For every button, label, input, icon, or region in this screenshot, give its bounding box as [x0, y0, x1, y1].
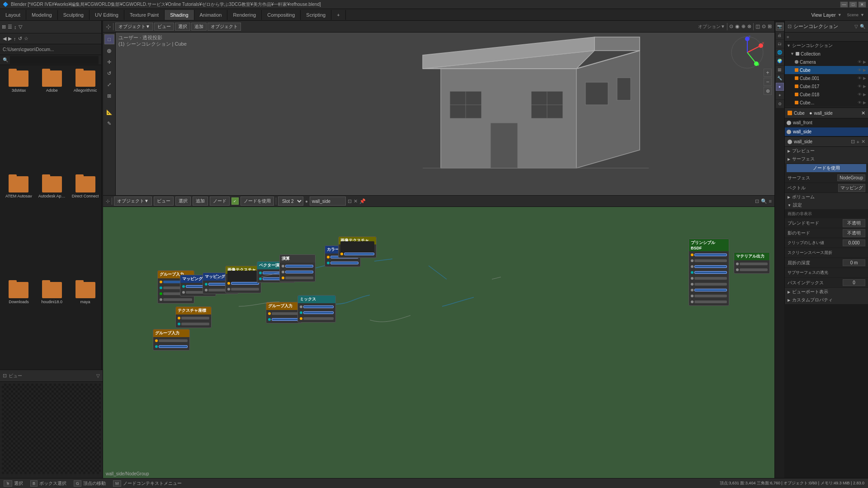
close-button[interactable]: ✕: [858, 1, 866, 8]
node-select-btn[interactable]: 選択: [175, 197, 191, 206]
outliner-search-icon[interactable]: 🔍: [860, 24, 865, 29]
node-card-cyan2[interactable]: ミックス: [297, 295, 336, 323]
tab-rendering[interactable]: Rendering: [227, 10, 262, 20]
node-card-orange1[interactable]: テクスチャ座標: [175, 306, 212, 328]
vector-value[interactable]: マッピング: [838, 184, 865, 192]
node-overlay-icon[interactable]: ≡: [769, 198, 772, 204]
measure-tool[interactable]: 📐: [104, 107, 114, 117]
scale-tool[interactable]: ⤢: [104, 80, 114, 89]
tab-layout[interactable]: Layout: [0, 10, 26, 20]
file-item-downloads[interactable]: Downloads: [4, 280, 34, 383]
prop-tab-world[interactable]: 🌍: [776, 57, 784, 65]
outliner-item-cube001[interactable]: Cube.001 👁 ▶: [785, 74, 868, 82]
shader-prop-close-icon[interactable]: ✕: [861, 139, 865, 145]
prop-tab-particles[interactable]: ✦: [776, 91, 784, 99]
view-layer-dropdown-icon[interactable]: ▼: [838, 13, 842, 17]
prop-tab-object[interactable]: ▦: [776, 66, 784, 74]
outliner-item-collection[interactable]: ▼ Collection: [785, 50, 868, 58]
node-material-name-input[interactable]: [310, 197, 346, 206]
preview-section[interactable]: ▶ プレビュー: [785, 147, 868, 155]
transform-orient-icon[interactable]: ⊗: [747, 23, 751, 29]
tab-scripting[interactable]: Scripting: [301, 10, 331, 20]
node-card-mid1[interactable]: 演算: [279, 254, 316, 282]
proportional-icon[interactable]: ◉: [735, 23, 740, 29]
select-box-tool[interactable]: □: [104, 34, 114, 44]
minimize-button[interactable]: —: [840, 1, 848, 8]
viewport-shading-icon[interactable]: ◫: [755, 23, 760, 29]
node-card-orange2[interactable]: グループ入力: [266, 302, 302, 324]
prop-tab-material[interactable]: ●: [776, 83, 784, 91]
nav-bookmark-btn[interactable]: ☆: [24, 36, 28, 42]
node-delete-icon[interactable]: ✕: [354, 198, 358, 204]
file-item-atem[interactable]: ATEM Autosav: [4, 174, 34, 277]
cursor-tool[interactable]: ⊕: [104, 46, 114, 56]
mat-wall-side[interactable]: wall_side: [785, 127, 868, 136]
shadow-mode-value[interactable]: 不透明: [843, 229, 865, 237]
editor-type-icon[interactable]: ⊹: [106, 23, 111, 30]
view-mode-list-icon[interactable]: ☰: [8, 24, 12, 30]
outliner-filter-icon[interactable]: ▽: [854, 24, 858, 29]
node-pin-icon[interactable]: 📌: [359, 198, 366, 204]
settings-section[interactable]: ▼ 設定: [785, 201, 868, 209]
object-btn[interactable]: オブジェクト: [208, 23, 241, 31]
filter-icon[interactable]: ≡: [787, 35, 789, 39]
scene-dropdown-icon[interactable]: ▼: [860, 13, 864, 17]
use-nodes-btn[interactable]: ノードを使用: [787, 164, 866, 172]
surface-row-value[interactable]: NodeGroup: [837, 174, 865, 181]
file-item-autodesk[interactable]: Autodesk App...: [37, 174, 67, 277]
tab-add[interactable]: +: [331, 10, 345, 20]
tab-animation[interactable]: Animation: [194, 10, 228, 20]
zoom-in-btn[interactable]: +: [764, 69, 772, 77]
options-label[interactable]: オプション▼: [698, 23, 725, 30]
prop-tab-modifiers[interactable]: 🔧: [776, 74, 784, 82]
surface-section[interactable]: ▶ サーフェス: [785, 155, 868, 163]
viewport-display-section[interactable]: ▶ ビューポート表示: [785, 288, 868, 296]
outliner-item-camera[interactable]: Camera 👁 ▶: [785, 58, 868, 66]
custom-props-section[interactable]: ▶ カスタムプロパティ: [785, 296, 868, 304]
shader-prop-new-icon[interactable]: +: [857, 139, 859, 145]
volume-section[interactable]: ▶ ボリューム: [785, 193, 868, 201]
nav-up-btn[interactable]: ↑: [14, 36, 16, 42]
outliner-item-cube017[interactable]: Cube.017 👁 ▶: [785, 82, 868, 90]
tab-modeling[interactable]: Modeling: [26, 10, 58, 20]
mat-close-icon[interactable]: ✕: [861, 110, 865, 116]
prop-tab-scene[interactable]: 🌐: [776, 48, 784, 56]
file-item-maya[interactable]: maya: [70, 280, 101, 383]
node-frame-all-icon[interactable]: ⊡: [755, 198, 759, 204]
node-object-mode-btn[interactable]: オブジェクト▼: [114, 197, 152, 206]
node-editor-type-icon[interactable]: ⊹: [106, 198, 110, 204]
node-card-bottom1[interactable]: グループ入力: [153, 329, 190, 351]
move-tool[interactable]: ✛: [104, 57, 114, 67]
snap-icon[interactable]: ⊙: [729, 23, 733, 29]
refraction-depth-value[interactable]: 0 m: [843, 259, 865, 266]
file-item-adobe[interactable]: Adobe: [37, 69, 67, 172]
view-btn[interactable]: ビュー: [154, 23, 174, 31]
node-zoom-icon[interactable]: 🔍: [761, 198, 767, 204]
add-btn[interactable]: 追加: [191, 23, 207, 31]
shader-prop-duplicate-icon[interactable]: ⊡: [851, 139, 855, 145]
nav-refresh-btn[interactable]: ↺: [18, 36, 22, 42]
tab-texture-paint[interactable]: Texture Paint: [124, 10, 165, 20]
tab-compositing[interactable]: Compositing: [262, 10, 301, 20]
search-input[interactable]: [10, 56, 99, 64]
nav-back-btn[interactable]: ◀: [3, 36, 6, 42]
mat-wall-front[interactable]: wall_front: [785, 118, 868, 127]
prop-tab-render[interactable]: 📷: [776, 23, 784, 31]
nav-forward-btn[interactable]: ▶: [8, 36, 12, 42]
node-node-btn[interactable]: ノード: [210, 197, 230, 206]
node-use-nodes-btn[interactable]: ノードを使用: [241, 197, 274, 206]
prop-tab-physics[interactable]: ⚙: [776, 100, 784, 108]
outliner-item-cube-more[interactable]: Cube... 👁 ▶: [785, 99, 868, 107]
prop-tab-view-layer[interactable]: 🗂: [776, 40, 784, 48]
clip-threshold-value[interactable]: 0.000: [843, 239, 865, 246]
bottom-filter-icon[interactable]: ▽: [96, 373, 100, 378]
outliner-item-cube018[interactable]: Cube.018 👁 ▶: [785, 90, 868, 99]
node-card-yellow2[interactable]: 画像テクスチャ: [338, 236, 377, 258]
tab-shading[interactable]: Shading: [165, 10, 194, 20]
overlay-icon[interactable]: ⊙: [762, 23, 766, 29]
node-card-grey-right[interactable]: プリンシプル BSDF: [689, 239, 729, 306]
node-card-yellow1[interactable]: 画像テクスチャ: [225, 266, 261, 293]
blend-mode-value[interactable]: 不透明: [843, 219, 865, 227]
zoom-out-btn[interactable]: −: [764, 78, 772, 86]
object-mode-btn[interactable]: オブジェクト▼: [115, 23, 153, 31]
